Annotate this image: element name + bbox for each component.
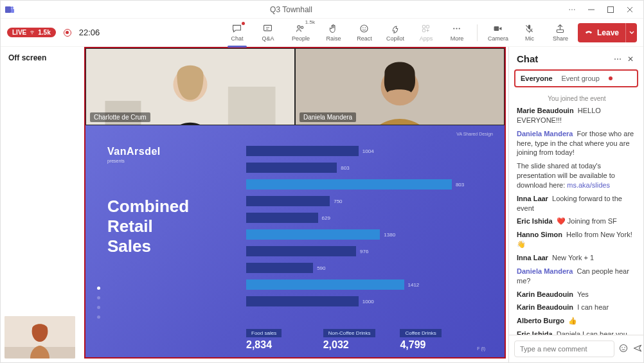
svg-point-35 xyxy=(622,347,622,348)
slide-pager-dots[interactable] xyxy=(97,287,100,319)
chat-message: Inna Laar New York + 1 xyxy=(517,253,637,263)
svg-point-3 xyxy=(569,9,571,10)
chat-message: Marie Beaudouin HELLO EVERYONE!!! xyxy=(517,106,637,125)
recording-icon xyxy=(64,29,71,37)
window-close-icon[interactable] xyxy=(620,1,640,19)
offscreen-label: Off screen xyxy=(8,53,84,62)
people-count: 1.5k xyxy=(305,19,315,25)
presenter-video-row: Charlotte de Crum Daniela Mandera xyxy=(85,48,505,125)
chat-tab-everyone[interactable]: Everyone xyxy=(521,75,553,82)
chat-message: Inna Laar Looking forward to the event xyxy=(517,194,637,213)
toolbar-copilot[interactable]: Copilot xyxy=(382,20,409,46)
toolbar-camera[interactable]: Camera xyxy=(484,20,512,46)
svg-rect-7 xyxy=(264,25,272,31)
emoji-icon[interactable] xyxy=(618,343,629,355)
toolbar-more[interactable]: More xyxy=(443,20,470,46)
chat-message: Karin Beaudouin Yes xyxy=(517,290,637,299)
shared-stage: Charlotte de Crum Daniela Mandera VA Sha… xyxy=(84,47,506,359)
chat-more-icon[interactable]: ⋯ xyxy=(611,55,624,64)
svg-rect-0 xyxy=(5,6,11,13)
toolbar-react[interactable]: React xyxy=(351,20,378,46)
chat-message: Alberto Burgo 👍 xyxy=(517,316,637,326)
svg-point-17 xyxy=(456,28,458,29)
window-minimize-icon[interactable] xyxy=(582,1,601,19)
toolbar-people[interactable]: 1.5k People xyxy=(285,20,316,46)
chat-compose xyxy=(509,335,643,362)
chat-message: Hanno Simon Hello from New York! 👋 xyxy=(517,230,637,249)
chat-notification-dot xyxy=(242,22,245,25)
chat-messages[interactable]: You joined the event Marie Beaudouin HEL… xyxy=(509,93,643,335)
video-name: Daniela Mandera xyxy=(300,112,356,122)
window-maximize-icon[interactable] xyxy=(601,1,620,19)
svg-point-11 xyxy=(363,28,364,28)
svg-point-4 xyxy=(571,9,573,10)
svg-point-8 xyxy=(298,26,300,28)
live-badge: LIVE 1.5k xyxy=(7,28,56,37)
chat-input[interactable] xyxy=(514,341,614,357)
svg-point-18 xyxy=(459,28,460,29)
toolbar-raise-hand[interactable]: Raise xyxy=(320,20,347,46)
svg-point-34 xyxy=(620,344,627,351)
slide-footer: Food sales2,834 Non-Coffee Drinks2,032 C… xyxy=(246,328,485,351)
chat-tab-eventgroup[interactable]: Event group xyxy=(562,75,600,82)
svg-point-16 xyxy=(454,28,455,29)
live-label: LIVE xyxy=(12,29,26,36)
toolbar-qa[interactable]: Q&A xyxy=(255,20,282,46)
svg-rect-21 xyxy=(557,30,564,32)
toolbar-separator xyxy=(477,24,478,41)
shared-slide: VA Shared Design VanArsdel presents Comb… xyxy=(85,125,505,357)
svg-point-12 xyxy=(365,28,366,28)
toolbar-mic[interactable]: Mic xyxy=(516,20,543,46)
toolbar-apps[interactable]: Apps xyxy=(413,20,440,46)
main-area: Off screen Charlotte de Crum Daniela Man… xyxy=(1,47,643,362)
svg-rect-6 xyxy=(608,6,614,12)
window-title: Q3 Townhall xyxy=(20,5,562,14)
toolbar-chat[interactable]: Chat xyxy=(224,20,251,46)
svg-rect-26 xyxy=(228,87,276,125)
video-tile[interactable]: Charlotte de Crum xyxy=(85,48,295,125)
svg-point-5 xyxy=(574,9,575,10)
video-name: Charlotte de Crum xyxy=(90,112,150,122)
call-timer: 22:06 xyxy=(79,28,100,37)
svg-point-36 xyxy=(624,347,625,348)
meeting-toolbar: LIVE 1.5k 22:06 Chat Q&A 1.5k People Rai… xyxy=(1,19,643,47)
svg-point-9 xyxy=(301,26,303,28)
chat-message: Eric Ishida Daniela I can hear you xyxy=(517,330,637,335)
svg-rect-2 xyxy=(11,9,14,13)
chat-header: Chat ⋯ ✕ xyxy=(509,47,643,68)
svg-rect-14 xyxy=(427,25,429,28)
window-more-icon[interactable] xyxy=(562,1,582,19)
chat-title: Chat xyxy=(517,53,611,64)
leave-label: Leave xyxy=(597,28,619,37)
leave-caret-icon[interactable] xyxy=(625,23,637,42)
svg-point-1 xyxy=(11,6,13,9)
chat-close-icon[interactable]: ✕ xyxy=(624,55,637,64)
titlebar: Q3 Townhall xyxy=(1,1,643,19)
svg-point-10 xyxy=(361,25,368,32)
leave-button[interactable]: Leave xyxy=(578,23,637,42)
chat-tab-dot xyxy=(609,76,613,80)
stage-wrap: Charlotte de Crum Daniela Mandera VA Sha… xyxy=(84,47,508,362)
chat-tabs-highlight: Everyone Event group xyxy=(514,69,638,87)
svg-rect-15 xyxy=(423,29,425,31)
toolbar-share[interactable]: Share xyxy=(547,20,574,46)
send-icon[interactable] xyxy=(632,343,643,355)
video-tile[interactable]: Daniela Mandera xyxy=(295,48,505,125)
self-video-tile[interactable] xyxy=(4,316,75,359)
chat-message: Eric Ishida ❤️ Joining from SF xyxy=(517,217,637,226)
chat-panel: Chat ⋯ ✕ Everyone Event group You joined… xyxy=(508,47,643,362)
chat-message: The slide shared at today's presentation… xyxy=(517,161,637,190)
slide-footnote: F (t) xyxy=(477,346,485,351)
svg-rect-13 xyxy=(423,25,425,28)
chat-message: Karin Beaudouin I can hear xyxy=(517,303,637,312)
slide-topright: VA Shared Design xyxy=(456,132,493,136)
viewer-count: 1.5k xyxy=(38,29,50,36)
left-column: Off screen xyxy=(1,47,84,362)
chat-message: Daniela Mandera Can people hear me? xyxy=(517,267,637,286)
chat-message: Daniela Mandera For those who are here, … xyxy=(517,129,637,158)
chat-system: You joined the event xyxy=(517,95,637,102)
slide-chart: 1004 803 803 750 629 1380 976 590 1412 1… xyxy=(246,145,485,321)
svg-rect-19 xyxy=(494,26,499,31)
teams-app-icon xyxy=(4,4,15,15)
